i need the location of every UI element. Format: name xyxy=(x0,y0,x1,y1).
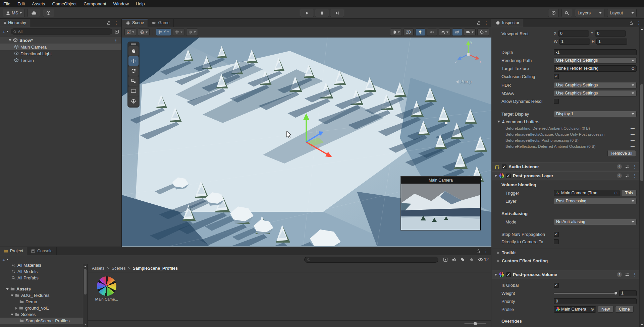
remove-buffer-button[interactable]: — xyxy=(631,132,635,137)
component-enabled-checkbox[interactable]: ✓ xyxy=(502,165,506,169)
foldout-open-icon[interactable] xyxy=(6,288,9,290)
tab-scene[interactable]: Scene xyxy=(122,19,148,27)
breadcrumb-assets[interactable]: Assets xyxy=(92,266,105,271)
remove-all-button[interactable]: Remove all xyxy=(607,150,636,157)
thumbnail-zoom-slider[interactable] xyxy=(464,323,486,324)
folder-ground-vol1[interactable]: ground_vol1 xyxy=(0,305,87,311)
pause-button[interactable] xyxy=(315,9,329,17)
account-button[interactable]: MS xyxy=(3,9,25,17)
menu-help[interactable]: Help xyxy=(136,1,145,6)
tool-handle-position-button[interactable] xyxy=(124,28,136,36)
effects-button[interactable] xyxy=(439,28,450,36)
kebab-menu-icon[interactable]: ⋮ xyxy=(633,272,637,277)
stop-nan-checkbox[interactable]: ✓ xyxy=(554,232,559,237)
kebab-menu-icon[interactable]: ⋮ xyxy=(114,21,118,25)
target-texture-field[interactable]: None (Render Texture)⊙ xyxy=(554,65,637,72)
remove-buffer-button[interactable]: — xyxy=(631,144,635,149)
menu-gameobject[interactable]: GameObject xyxy=(52,1,76,6)
breadcrumb-scenes[interactable]: Scenes xyxy=(112,266,126,271)
scene-row-snow[interactable]: Snow* ⋮ xyxy=(0,37,121,44)
cloud-button[interactable] xyxy=(28,9,40,17)
folder-assets[interactable]: Assets xyxy=(0,286,87,292)
msaa-dropdown[interactable]: Use Graphics Settings xyxy=(554,90,637,96)
scrollbar-thumb[interactable] xyxy=(640,84,643,181)
help-icon[interactable]: ? xyxy=(617,272,622,277)
scene-viewport[interactable]: y x z Persp Main Camera xyxy=(122,38,491,247)
asset-grid[interactable]: Main Came... xyxy=(88,272,491,320)
menu-assets[interactable]: Assets xyxy=(32,1,45,6)
viewport-w-field[interactable] xyxy=(559,39,590,45)
perspective-toggle[interactable]: Persp xyxy=(456,79,472,84)
audio-listener-header[interactable]: ✓ Audio Listener ? ⋮ xyxy=(492,162,639,171)
grid-snapping-button[interactable] xyxy=(173,28,184,36)
move-tool-button[interactable] xyxy=(128,56,139,66)
audio-mute-button[interactable] xyxy=(427,28,437,36)
tool-handle-rotation-button[interactable] xyxy=(138,28,150,36)
folder-scenes[interactable]: Scenes xyxy=(0,311,87,318)
rendering-path-dropdown[interactable]: Use Graphics Settings xyxy=(554,57,637,64)
viewport-y-field[interactable] xyxy=(595,30,626,37)
collab-button[interactable] xyxy=(43,9,54,17)
hidden-objects-button[interactable] xyxy=(452,28,462,36)
kebab-menu-icon[interactable]: ⋮ xyxy=(633,174,637,178)
layout-dropdown[interactable]: Layout xyxy=(607,9,637,17)
kebab-menu-icon[interactable]: ⋮ xyxy=(484,249,488,253)
draw-mode-button[interactable] xyxy=(390,28,402,36)
scale-tool-button[interactable] xyxy=(128,76,139,86)
rect-tool-button[interactable] xyxy=(128,86,139,96)
tab-inspector[interactable]: Inspector xyxy=(492,19,523,27)
project-add-button[interactable]: + xyxy=(2,257,8,263)
transform-tool-button[interactable] xyxy=(128,96,139,106)
lock-icon[interactable] xyxy=(477,21,481,25)
foldout-open-icon[interactable] xyxy=(9,39,11,41)
favorite-all-materials[interactable]: All Materials xyxy=(0,264,87,268)
snap-increment-button[interactable] xyxy=(186,28,198,36)
weight-field[interactable] xyxy=(619,290,637,296)
hand-tool-button[interactable] xyxy=(128,46,139,56)
2d-mode-button[interactable]: 2D xyxy=(404,28,414,36)
folder-samplescene-profiles[interactable]: SampleScene_Profiles xyxy=(0,318,87,324)
gizmos-button[interactable] xyxy=(477,28,489,36)
search-by-type-icon[interactable] xyxy=(443,257,448,262)
command-buffers-foldout[interactable]: 4 command buffers xyxy=(492,118,639,125)
slider-thumb[interactable] xyxy=(614,291,618,295)
tab-project[interactable]: Project xyxy=(0,247,27,255)
scroll-up-arrow[interactable] xyxy=(83,264,87,268)
post-process-volume-header[interactable]: ✓ Post-process Volume ? ⋮ xyxy=(492,270,639,279)
tab-console[interactable]: Console xyxy=(27,247,57,255)
hierarchy-item-directional-light[interactable]: Directional Light xyxy=(0,50,121,57)
trigger-object-field[interactable]: Main Camera (Tran ⊙ xyxy=(554,190,620,196)
search-button[interactable] xyxy=(561,9,572,17)
tab-hierarchy[interactable]: ≡ Hierarchy xyxy=(0,19,30,27)
viewport-x-field[interactable] xyxy=(558,30,589,37)
hdr-dropdown[interactable]: Use Graphics Settings xyxy=(554,82,637,88)
hierarchy-search-input[interactable] xyxy=(18,29,110,34)
asset-main-camera-profile[interactable]: Main Came... xyxy=(94,276,119,301)
lighting-toggle-button[interactable] xyxy=(415,28,425,36)
camera-settings-button[interactable] xyxy=(464,28,476,36)
allow-dynamic-resolution-checkbox[interactable] xyxy=(554,99,559,104)
lock-icon[interactable] xyxy=(107,21,111,25)
project-search-input[interactable] xyxy=(312,257,436,262)
kebab-menu-icon[interactable]: ⋮ xyxy=(114,38,121,43)
kebab-menu-icon[interactable]: ⋮ xyxy=(633,165,637,169)
lock-icon[interactable] xyxy=(476,249,481,253)
clone-profile-button[interactable]: Clone xyxy=(615,306,634,313)
object-picker-icon[interactable]: ⊙ xyxy=(631,66,635,71)
project-tree-scrollbar[interactable] xyxy=(83,264,87,327)
remove-buffer-button[interactable]: — xyxy=(631,138,635,143)
foldout-open-icon[interactable] xyxy=(11,295,13,297)
play-button[interactable] xyxy=(300,9,314,17)
scroll-down-arrow[interactable] xyxy=(640,323,644,327)
favorite-all-models[interactable]: All Models xyxy=(0,268,87,275)
menu-edit[interactable]: Edit xyxy=(17,1,25,6)
folder-adg-textures[interactable]: ADG_Textures xyxy=(0,292,87,299)
menu-window[interactable]: Window xyxy=(113,1,129,6)
prefab-filter-icon[interactable] xyxy=(452,257,457,262)
tab-game[interactable]: Game xyxy=(148,19,173,27)
custom-effect-sorting-foldout[interactable]: Custom Effect Sorting xyxy=(492,257,639,265)
lock-icon[interactable] xyxy=(629,21,634,25)
hidden-count-badge[interactable]: 12 xyxy=(478,257,489,262)
weight-slider[interactable] xyxy=(554,290,618,296)
favorite-all-prefabs[interactable]: All Prefabs xyxy=(0,275,87,281)
